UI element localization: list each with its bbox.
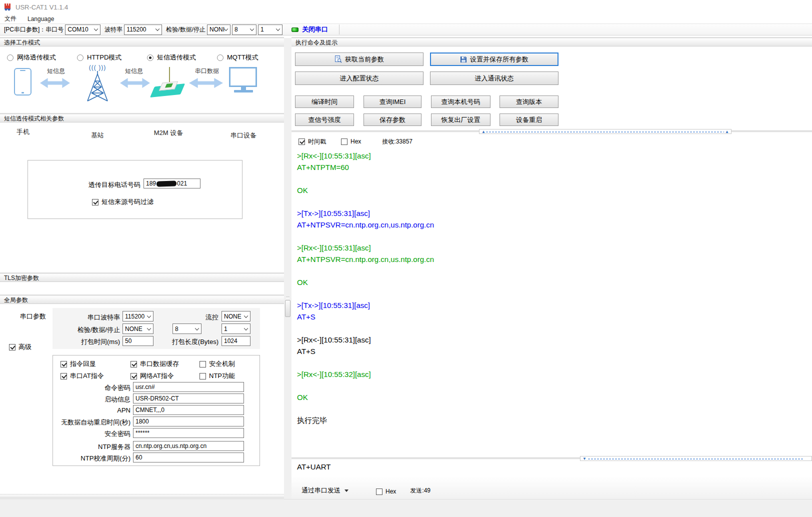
global-params-header[interactable]: 全局参数 xyxy=(0,296,284,304)
window-title: USR-CAT1 V1.1.4 xyxy=(16,4,68,11)
ntp-server-input[interactable]: cn.ntp.org.cn,us.ntp.org.cn xyxy=(133,441,244,451)
auto-restart-input[interactable]: 1800 xyxy=(133,416,244,426)
target-phone-input[interactable]: 189021 xyxy=(144,178,200,188)
menu-language[interactable]: Language xyxy=(28,16,54,22)
security-mechanism-option[interactable]: 安全机制 xyxy=(200,360,235,368)
mode-option-sms[interactable]: 短信透传模式 xyxy=(147,53,217,62)
send-input-area[interactable]: AT+UART xyxy=(292,461,812,476)
log-line xyxy=(297,358,812,370)
checkbox-icon[interactable] xyxy=(92,199,98,206)
factory-reset-button[interactable]: 恢复出厂设置 xyxy=(431,114,490,126)
pack-time-input[interactable]: 50 xyxy=(122,336,154,346)
uart-databits-select[interactable]: 8 xyxy=(172,324,202,334)
log-splitter-top[interactable]: ▲ ▲ xyxy=(292,129,812,134)
compile-time-button[interactable]: 编译时间 xyxy=(295,96,354,108)
dropdown-arrow-icon xyxy=(344,490,348,492)
query-local-number-button[interactable]: 查询本机号码 xyxy=(431,96,490,108)
radio-icon[interactable] xyxy=(7,54,14,61)
serial-cache-option[interactable]: 串口数据缓存 xyxy=(130,360,179,368)
uart-parity-select[interactable]: NONE xyxy=(122,324,154,334)
cmd-echo-option[interactable]: 指令回显 xyxy=(60,360,96,368)
chevron-down-icon xyxy=(276,26,280,30)
splitter-track[interactable]: ▼ xyxy=(580,456,812,461)
log-output[interactable]: >[Rx<-][10:55:31][asc] AT+NTPTM=60 OK >[… xyxy=(292,148,812,441)
security-password-input[interactable]: ****** xyxy=(133,428,244,438)
save-params-button[interactable]: 保存参数 xyxy=(364,114,422,126)
get-params-button[interactable]: 获取当前参数 xyxy=(295,52,424,66)
flow-control-select[interactable]: NONE xyxy=(222,311,250,322)
advanced-option[interactable]: 高级 xyxy=(9,342,32,352)
splitter-track[interactable]: ▲ ▲ xyxy=(479,129,732,134)
ntp-period-label: NTP校准周期(分) xyxy=(53,454,130,463)
enter-config-state-button[interactable]: 进入配置状态 xyxy=(295,72,424,85)
serial-at-option[interactable]: 串口AT指令 xyxy=(60,372,104,380)
chevron-down-icon xyxy=(224,26,228,30)
uart-stopbits-select[interactable]: 1 xyxy=(222,324,250,334)
parity-select[interactable]: NONI xyxy=(207,24,230,35)
stopbits-select[interactable]: 1 xyxy=(258,24,282,35)
checkbox-icon[interactable] xyxy=(60,373,67,380)
window-bottom-strip xyxy=(0,499,812,517)
mode-option-network[interactable]: 网络透传模式 xyxy=(7,53,77,62)
databits-select[interactable]: 8 xyxy=(232,24,256,35)
send-via-serial-button[interactable]: 通过串口发送 xyxy=(302,486,348,495)
pack-length-input[interactable]: 1024 xyxy=(222,336,250,346)
boot-info-label: 启动信息 xyxy=(53,395,130,404)
query-signal-button[interactable]: 查信号强度 xyxy=(295,114,354,126)
query-imei-button[interactable]: 查询IMEI xyxy=(364,96,422,108)
collapse-up-icon[interactable]: ▲ xyxy=(725,130,729,134)
device-restart-button[interactable]: 设备重启 xyxy=(500,114,558,126)
recv-hex-option[interactable]: Hex xyxy=(341,138,361,145)
uart-baud-select[interactable]: 115200 xyxy=(122,311,154,322)
baud-select[interactable]: 115200 xyxy=(124,24,162,35)
checkbox-icon[interactable] xyxy=(200,373,206,380)
ntp-period-input[interactable]: 60 xyxy=(133,452,244,462)
apn-label: APN xyxy=(53,406,130,414)
collapse-up-icon[interactable]: ▲ xyxy=(482,130,486,134)
apn-input[interactable]: CMNET,,,0 xyxy=(133,405,244,415)
log-line: >[Rx<-][10:55:31][asc] xyxy=(297,336,812,347)
checkbox-icon[interactable] xyxy=(341,138,348,145)
send-input-text[interactable]: AT+UART xyxy=(297,462,330,471)
serial-device-label: 串口设备 xyxy=(230,131,256,140)
menu-file[interactable]: 文件 xyxy=(4,14,16,23)
checkbox-icon[interactable] xyxy=(298,138,305,145)
work-mode-options: 网络透传模式 HTTPD模式 短信透传模式 MQTT模式 xyxy=(7,53,287,62)
checkbox-icon[interactable] xyxy=(130,361,137,368)
log-line xyxy=(297,290,812,301)
radio-icon[interactable] xyxy=(77,54,84,61)
radio-icon[interactable] xyxy=(217,54,224,61)
pc-serial-params-label: [PC串口参数]：串口号 xyxy=(4,26,64,34)
send-hex-option[interactable]: Hex xyxy=(376,488,396,495)
checkbox-icon[interactable] xyxy=(130,373,137,380)
checkbox-icon[interactable] xyxy=(376,488,382,495)
phone-label: 手机 xyxy=(16,128,30,136)
set-save-params-button[interactable]: 设置并保存所有参数 xyxy=(430,52,558,66)
splitter-grip[interactable] xyxy=(285,300,290,317)
tls-params-header[interactable]: TLS加密参数 xyxy=(0,274,284,282)
checkbox-icon[interactable] xyxy=(9,344,16,350)
cmd-password-input[interactable]: usr.cn# xyxy=(133,382,244,392)
vertical-splitter[interactable] xyxy=(284,38,292,499)
timestamp-option[interactable]: 时间戳 xyxy=(298,138,326,146)
query-version-button[interactable]: 查询版本 xyxy=(500,96,558,108)
log-line xyxy=(297,404,812,416)
ntp-function-option[interactable]: NTP功能 xyxy=(200,372,235,380)
serial-device-icon xyxy=(229,67,257,87)
checkbox-icon[interactable] xyxy=(200,361,206,368)
app-logo-icon xyxy=(4,3,12,11)
com-port-select[interactable]: COM10 xyxy=(65,24,100,35)
network-at-option[interactable]: 网络AT指令 xyxy=(130,372,174,380)
sms-filter-option[interactable]: 短信来源号码过滤 xyxy=(92,198,154,206)
settings-panel: 选择工作模式 网络透传模式 HTTPD模式 短信透传模式 MQTT模式 手机 短… xyxy=(0,38,284,499)
collapsed-section-bar[interactable] xyxy=(0,494,284,498)
radio-icon[interactable] xyxy=(147,54,154,61)
mode-option-httpd[interactable]: HTTPD模式 xyxy=(77,53,147,62)
sent-counter: 发送:49 xyxy=(410,486,430,495)
boot-info-input[interactable]: USR-DR502-CT xyxy=(133,394,244,404)
close-port-button[interactable]: 关闭串口 xyxy=(302,25,328,34)
enter-comm-state-button[interactable]: 进入通讯状态 xyxy=(430,72,558,85)
log-splitter-bottom[interactable]: ▼ xyxy=(292,456,812,461)
checkbox-icon[interactable] xyxy=(60,361,67,368)
mode-option-mqtt[interactable]: MQTT模式 xyxy=(217,53,287,62)
